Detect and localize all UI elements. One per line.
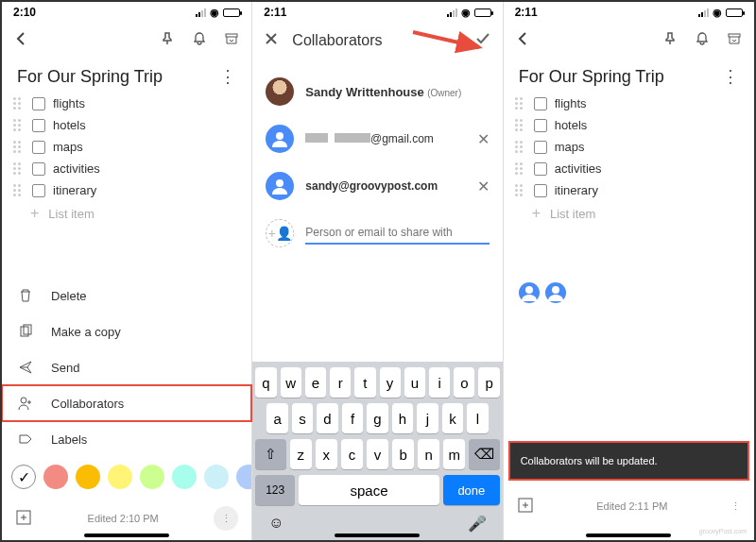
shift-key[interactable]: ⇧ — [255, 439, 285, 469]
key[interactable]: b — [392, 439, 414, 469]
key[interactable]: i — [429, 367, 450, 398]
key[interactable]: s — [292, 403, 313, 433]
color-swatch[interactable] — [76, 465, 100, 489]
color-swatch[interactable] — [236, 465, 251, 489]
checkbox[interactable] — [534, 162, 547, 176]
list-item[interactable]: activities — [9, 158, 244, 179]
key[interactable]: g — [367, 403, 387, 433]
color-swatch[interactable] — [43, 465, 68, 489]
checkbox[interactable] — [534, 119, 547, 132]
list-item[interactable]: maps — [9, 136, 244, 158]
remove-collaborator-icon[interactable]: ✕ — [477, 178, 490, 195]
drag-handle-icon[interactable] — [13, 97, 25, 110]
key[interactable]: a — [266, 403, 287, 433]
checkbox[interactable] — [32, 97, 45, 110]
checkbox[interactable] — [32, 141, 45, 154]
key[interactable]: o — [454, 367, 474, 398]
list-item[interactable]: itinerary — [511, 179, 747, 201]
collaborator-avatars[interactable] — [504, 226, 754, 313]
checkbox[interactable] — [534, 141, 547, 154]
key[interactable]: c — [341, 439, 363, 469]
list-item[interactable]: maps — [511, 136, 747, 158]
checkbox[interactable] — [32, 162, 45, 176]
menu-make-copy[interactable]: Make a copy — [2, 313, 251, 349]
pin-icon[interactable] — [157, 28, 178, 49]
remove-collaborator-icon[interactable]: ✕ — [477, 130, 490, 148]
more-icon[interactable]: ⋮ — [730, 500, 741, 513]
back-icon[interactable] — [513, 28, 534, 49]
menu-labels[interactable]: Labels — [2, 421, 251, 457]
list-item[interactable]: activities — [511, 158, 747, 179]
close-icon[interactable] — [264, 31, 279, 50]
add-box-icon[interactable] — [517, 497, 534, 516]
checkbox[interactable] — [32, 119, 45, 132]
done-key[interactable]: done — [443, 475, 500, 505]
backspace-key[interactable]: ⌫ — [469, 439, 499, 469]
add-list-item[interactable]: +List item — [511, 201, 747, 226]
checkbox[interactable] — [32, 184, 45, 197]
home-indicator[interactable] — [84, 534, 169, 537]
back-icon[interactable] — [11, 28, 32, 49]
key[interactable]: n — [418, 439, 439, 469]
menu-delete[interactable]: Delete — [2, 278, 251, 313]
reminder-bell-icon[interactable] — [692, 28, 713, 49]
key[interactable]: l — [467, 403, 488, 433]
note-title[interactable]: For Our Spring Trip — [519, 67, 722, 87]
key[interactable]: v — [367, 439, 388, 469]
list-item[interactable]: hotels — [511, 114, 747, 136]
drag-handle-icon[interactable] — [515, 141, 526, 153]
key[interactable]: k — [442, 403, 463, 433]
list-item[interactable]: flights — [9, 93, 244, 114]
note-title[interactable]: For Our Spring Trip — [17, 67, 219, 87]
color-swatch[interactable] — [172, 465, 197, 489]
drag-handle-icon[interactable] — [515, 97, 526, 110]
menu-collaborators[interactable]: Collaborators — [2, 385, 251, 421]
key[interactable]: p — [478, 367, 499, 398]
drag-handle-icon[interactable] — [515, 162, 526, 175]
checkbox[interactable] — [534, 184, 547, 197]
key[interactable]: d — [317, 403, 337, 433]
more-menu-icon[interactable]: ⋮ — [722, 66, 739, 87]
list-item[interactable]: itinerary — [9, 179, 244, 201]
drag-handle-icon[interactable] — [515, 119, 526, 131]
key[interactable]: r — [330, 367, 351, 398]
home-indicator[interactable] — [335, 534, 420, 537]
key[interactable]: f — [342, 403, 363, 433]
home-indicator[interactable] — [586, 534, 671, 537]
mic-icon[interactable]: 🎤 — [468, 515, 487, 533]
key[interactable]: x — [316, 439, 337, 469]
add-collaborator-row[interactable]: +👤 — [266, 210, 489, 257]
key[interactable]: y — [380, 367, 401, 398]
key[interactable]: h — [392, 403, 413, 433]
more-icon[interactable]: ⋮ — [214, 506, 238, 531]
list-item[interactable]: flights — [511, 93, 747, 114]
menu-send[interactable]: Send — [2, 349, 251, 385]
emoji-icon[interactable]: ☺ — [268, 515, 284, 533]
key[interactable]: q — [255, 367, 276, 398]
add-list-item[interactable]: +List item — [9, 201, 244, 226]
color-swatch-white[interactable]: ✓ — [11, 465, 36, 489]
drag-handle-icon[interactable] — [515, 184, 526, 196]
color-swatch[interactable] — [108, 465, 132, 489]
checkbox[interactable] — [534, 97, 547, 110]
archive-icon[interactable] — [724, 28, 745, 49]
key[interactable]: e — [305, 367, 326, 398]
drag-handle-icon[interactable] — [13, 141, 25, 153]
list-item[interactable]: hotels — [9, 114, 244, 136]
key[interactable]: z — [290, 439, 312, 469]
color-swatch[interactable] — [140, 465, 164, 489]
drag-handle-icon[interactable] — [13, 162, 25, 175]
share-input[interactable] — [305, 222, 489, 245]
reminder-bell-icon[interactable] — [189, 28, 210, 49]
key[interactable]: j — [417, 403, 438, 433]
key[interactable]: w — [281, 367, 301, 398]
color-swatch[interactable] — [204, 465, 229, 489]
confirm-check-icon[interactable] — [474, 30, 491, 51]
key[interactable]: u — [404, 367, 425, 398]
pin-icon[interactable] — [660, 28, 680, 49]
more-menu-icon[interactable]: ⋮ — [219, 66, 236, 87]
add-box-icon[interactable] — [15, 509, 32, 528]
drag-handle-icon[interactable] — [13, 184, 25, 196]
drag-handle-icon[interactable] — [13, 119, 25, 131]
key[interactable]: m — [443, 439, 465, 469]
